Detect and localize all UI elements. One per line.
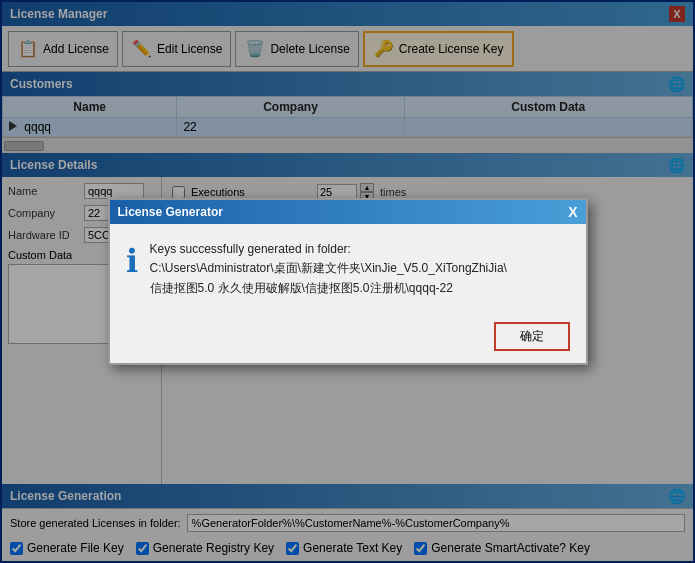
- modal-ok-button[interactable]: 确定: [494, 322, 570, 351]
- modal-overlay: License Generator X ℹ Keys successfully …: [0, 0, 695, 563]
- modal-message-line1: Keys successfully generated in folder:: [150, 242, 351, 256]
- modal-title-text: License Generator: [118, 205, 223, 219]
- modal-info-icon: ℹ: [126, 242, 138, 280]
- modal-close-button[interactable]: X: [568, 204, 577, 220]
- modal-message-line3: 信捷抠图5.0 永久使用破解版\信捷抠图5.0注册机\qqqq-22: [150, 281, 453, 295]
- license-generator-modal: License Generator X ℹ Keys successfully …: [108, 198, 588, 365]
- modal-body: ℹ Keys successfully generated in folder:…: [110, 224, 586, 314]
- modal-footer: 确定: [110, 314, 586, 363]
- modal-message: Keys successfully generated in folder: C…: [150, 240, 507, 298]
- modal-message-line2: C:\Users\Administrator\桌面\新建文件夹\XinJie_V…: [150, 261, 507, 275]
- modal-title-bar: License Generator X: [110, 200, 586, 224]
